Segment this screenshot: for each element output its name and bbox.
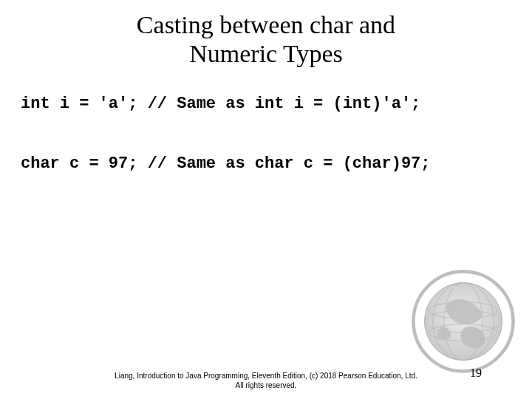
slide-title: Casting between char and Numeric Types <box>0 0 532 68</box>
footer-line-2: All rights reserved. <box>236 381 297 389</box>
title-line-1: Casting between char and <box>137 11 395 38</box>
globe-icon <box>408 266 519 377</box>
slide: Casting between char and Numeric Types i… <box>0 0 532 399</box>
footer-line-1: Liang, Introduction to Java Programming,… <box>115 372 417 380</box>
title-line-2: Numeric Types <box>189 40 343 67</box>
code-line-2: char c = 97; // Same as char c = (char)9… <box>0 154 532 173</box>
footer-copyright: Liang, Introduction to Java Programming,… <box>0 372 532 390</box>
code-line-1: int i = 'a'; // Same as int i = (int)'a'… <box>0 95 532 113</box>
